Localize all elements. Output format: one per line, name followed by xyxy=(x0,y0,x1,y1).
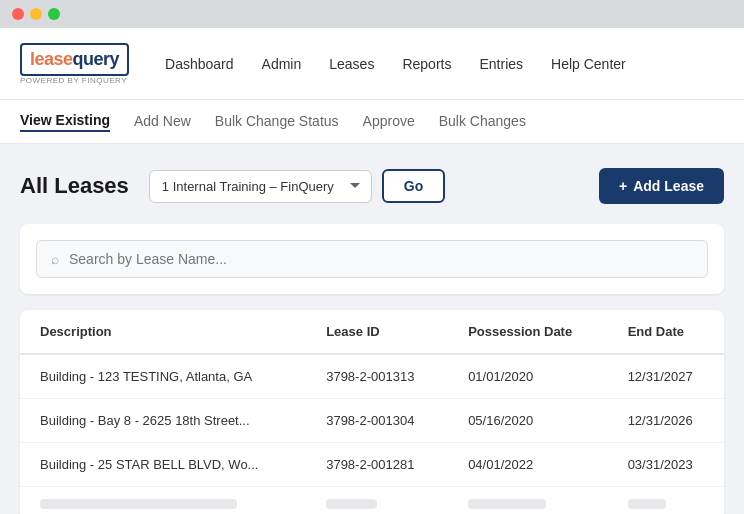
search-container: ⌕ xyxy=(20,224,724,294)
cell-description: Building - 123 TESTING, Atlanta, GA xyxy=(20,354,306,399)
plus-icon: + xyxy=(619,178,627,194)
cell-description: Building - 25 STAR BELL BLVD, Wo... xyxy=(20,443,306,487)
logo-text: leasequery xyxy=(30,49,119,69)
top-nav: leasequery Powered by FinQuery Dashboard… xyxy=(0,28,744,100)
sub-nav: View Existing Add New Bulk Change Status… xyxy=(0,100,744,144)
subnav-add-new[interactable]: Add New xyxy=(134,113,191,131)
cell-lease-id: 3798-2-001304 xyxy=(306,399,448,443)
logo: leasequery Powered by FinQuery xyxy=(20,43,129,85)
table-row[interactable]: Building - 25 STAR BELL BLVD, Wo... 3798… xyxy=(20,443,724,487)
portfolio-dropdown[interactable]: 1 Internal Training – FinQuery 2 Corpora… xyxy=(149,170,372,203)
loading-bar xyxy=(40,499,237,509)
table-container: Description Lease ID Possession Date End… xyxy=(20,310,724,514)
nav-reports[interactable]: Reports xyxy=(402,56,451,72)
close-button[interactable] xyxy=(12,8,24,20)
nav-links: Dashboard Admin Leases Reports Entries H… xyxy=(165,56,626,72)
add-lease-button[interactable]: + Add Lease xyxy=(599,168,724,204)
minimize-button[interactable] xyxy=(30,8,42,20)
nav-admin[interactable]: Admin xyxy=(262,56,302,72)
col-possession-date: Possession Date xyxy=(448,310,608,354)
cell-possession-date: 04/01/2022 xyxy=(448,443,608,487)
title-bar xyxy=(0,0,744,28)
col-lease-id: Lease ID xyxy=(306,310,448,354)
subnav-view-existing[interactable]: View Existing xyxy=(20,112,110,132)
cell-possession-date: 05/16/2020 xyxy=(448,399,608,443)
nav-help-center[interactable]: Help Center xyxy=(551,56,626,72)
col-description: Description xyxy=(20,310,306,354)
table-row[interactable]: Building - Bay 8 - 2625 18th Street... 3… xyxy=(20,399,724,443)
search-icon: ⌕ xyxy=(51,251,59,267)
cell-possession-date: 01/01/2020 xyxy=(448,354,608,399)
page-content: All Leases 1 Internal Training – FinQuer… xyxy=(0,144,744,514)
dropdown-wrapper: 1 Internal Training – FinQuery 2 Corpora… xyxy=(149,169,445,203)
loading-bar xyxy=(468,499,546,509)
subnav-approve[interactable]: Approve xyxy=(363,113,415,131)
subnav-bulk-change-status[interactable]: Bulk Change Status xyxy=(215,113,339,131)
table-row-loading xyxy=(20,487,724,515)
loading-bar xyxy=(628,499,666,509)
cell-end-date: 12/31/2027 xyxy=(608,354,724,399)
add-lease-label: Add Lease xyxy=(633,178,704,194)
cell-description: Building - Bay 8 - 2625 18th Street... xyxy=(20,399,306,443)
go-button[interactable]: Go xyxy=(382,169,445,203)
subnav-bulk-changes[interactable]: Bulk Changes xyxy=(439,113,526,131)
col-end-date: End Date xyxy=(608,310,724,354)
maximize-button[interactable] xyxy=(48,8,60,20)
table-row[interactable]: Building - 123 TESTING, Atlanta, GA 3798… xyxy=(20,354,724,399)
cell-lease-id: 3798-2-001281 xyxy=(306,443,448,487)
page-title: All Leases xyxy=(20,173,129,199)
logo-subtitle: Powered by FinQuery xyxy=(20,76,129,85)
search-bar: ⌕ xyxy=(36,240,708,278)
table-header-row: Description Lease ID Possession Date End… xyxy=(20,310,724,354)
cell-end-date: 12/31/2026 xyxy=(608,399,724,443)
nav-dashboard[interactable]: Dashboard xyxy=(165,56,234,72)
search-input[interactable] xyxy=(69,251,693,267)
app-container: leasequery Powered by FinQuery Dashboard… xyxy=(0,28,744,514)
nav-entries[interactable]: Entries xyxy=(479,56,523,72)
cell-lease-id: 3798-2-001313 xyxy=(306,354,448,399)
loading-bar xyxy=(326,499,377,509)
nav-leases[interactable]: Leases xyxy=(329,56,374,72)
cell-end-date: 03/31/2023 xyxy=(608,443,724,487)
header-row: All Leases 1 Internal Training – FinQuer… xyxy=(20,168,724,204)
leases-table: Description Lease ID Possession Date End… xyxy=(20,310,724,514)
